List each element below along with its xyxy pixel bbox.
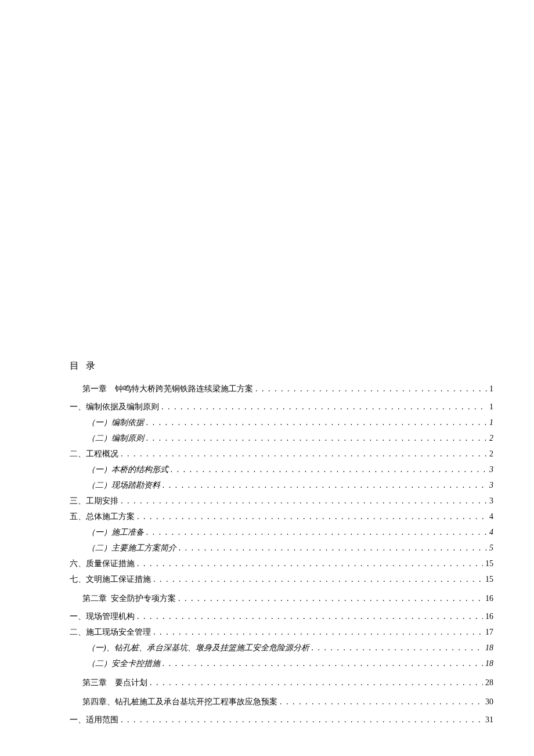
toc-dots: . . . . . . . . . . . . . . . . . . . . … [146,416,487,429]
toc-entry-text: 六、质量保证措施 [70,557,135,570]
toc-dots: . . . . . . . . . . . . . . . . . . . . … [161,401,487,413]
toc-entry-page: 16 [485,610,493,622]
toc-container: 第一章 钟鸣特大桥跨芜铜铁路连续梁施工方案. . . . . . . . . .… [70,383,493,726]
document-page: 目 录 第一章 钟鸣特大桥跨芜铜铁路连续梁施工方案. . . . . . . .… [0,0,534,756]
toc-entry-text: 二、施工现场安全管理 [70,626,151,638]
toc-entry-page: 15 [485,557,493,570]
toc-entry: 六、质量保证措施. . . . . . . . . . . . . . . . … [70,557,493,570]
toc-dots: . . . . . . . . . . . . . . . . . . . . … [312,642,483,654]
toc-entry-page: 18 [485,657,493,669]
toc-entry-text: 一、适用范围 [70,714,118,726]
toc-dots: . . . . . . . . . . . . . . . . . . . . … [137,510,487,523]
toc-entry-page: 3 [489,479,493,491]
toc-dots: . . . . . . . . . . . . . . . . . . . . … [121,495,487,507]
toc-entry-page: 2 [489,448,493,460]
toc-entry-text: 五、总体施工方案 [70,510,135,523]
toc-entry-text: （一）编制依据 [87,416,144,429]
toc-entry: （一）本桥的结构形式. . . . . . . . . . . . . . . … [87,463,493,476]
toc-entry: （一）编制依据. . . . . . . . . . . . . . . . .… [87,416,493,429]
toc-entry-page: 17 [485,626,493,638]
toc-dots: . . . . . . . . . . . . . . . . . . . . … [171,463,487,476]
toc-entry-page: 18 [485,642,493,654]
toc-entry-text: （一)、钻孔桩、承台深基坑、墩身及挂篮施工安全危险源分析 [87,642,309,654]
toc-entry: 第一章 钟鸣特大桥跨芜铜铁路连续梁施工方案. . . . . . . . . .… [82,383,493,395]
toc-entry-page: 16 [485,592,493,604]
toc-dots: . . . . . . . . . . . . . . . . . . . . … [146,432,487,444]
toc-entry-text: 一、现场管理机构 [70,610,135,622]
toc-entry-page: 1 [489,401,493,413]
toc-dots: . . . . . . . . . . . . . . . . . . . . … [178,592,483,604]
toc-entry: 五、总体施工方案. . . . . . . . . . . . . . . . … [70,510,493,523]
toc-dots: . . . . . . . . . . . . . . . . . . . . … [137,557,483,570]
toc-entry: （二）主要施工方案简介. . . . . . . . . . . . . . .… [87,542,493,554]
toc-entry-text: 第二章 安全防护专项方案 [82,592,176,604]
toc-dots: . . . . . . . . . . . . . . . . . . . . … [146,526,487,538]
toc-entry: （二）安全卡控措施. . . . . . . . . . . . . . . .… [87,657,493,669]
toc-entry: （二）现场踏勘资料. . . . . . . . . . . . . . . .… [87,479,493,491]
toc-entry-page: 30 [485,696,493,708]
toc-dots: . . . . . . . . . . . . . . . . . . . . … [255,383,487,395]
toc-entry-page: 28 [485,676,493,689]
toc-entry-page: 4 [489,510,493,523]
toc-dots: . . . . . . . . . . . . . . . . . . . . … [179,542,487,554]
toc-dots: . . . . . . . . . . . . . . . . . . . . … [163,479,487,491]
toc-dots: . . . . . . . . . . . . . . . . . . . . … [153,573,483,585]
toc-entry: （二）编制原则. . . . . . . . . . . . . . . . .… [87,432,493,444]
toc-entry: 三、工期安排. . . . . . . . . . . . . . . . . … [70,495,493,507]
toc-entry-text: 第四章、钻孔桩施工及承台基坑开挖工程事故应急预案 [82,696,277,708]
toc-entry-text: 三、工期安排 [70,495,118,507]
toc-dots: . . . . . . . . . . . . . . . . . . . . … [137,610,483,622]
toc-entry: 第四章、钻孔桩施工及承台基坑开挖工程事故应急预案. . . . . . . . … [82,696,493,708]
toc-entry-page: 3 [489,463,493,476]
toc-entry: （一）施工准备. . . . . . . . . . . . . . . . .… [87,526,493,538]
toc-entry-text: 二、工程概况 [70,448,118,460]
toc-title: 目 录 [70,360,493,372]
toc-entry-text: （二）安全卡控措施 [87,657,160,669]
toc-dots: . . . . . . . . . . . . . . . . . . . . … [153,626,483,638]
toc-entry-page: 5 [489,542,493,554]
toc-entry: 一、现场管理机构. . . . . . . . . . . . . . . . … [70,610,493,622]
toc-entry-text: 第一章 钟鸣特大桥跨芜铜铁路连续梁施工方案 [82,383,253,395]
toc-entry: 一、编制依据及编制原则. . . . . . . . . . . . . . .… [70,401,493,413]
toc-entry-text: （二）现场踏勘资料 [87,479,160,491]
toc-entry: 七、文明施工保证措施. . . . . . . . . . . . . . . … [70,573,493,585]
toc-entry-page: 15 [485,573,493,585]
toc-entry-text: （二）编制原则 [87,432,144,444]
toc-entry-text: （一）本桥的结构形式 [87,463,168,476]
toc-entry-text: 第三章 要点计划 [82,676,147,689]
toc-entry: （一)、钻孔桩、承台深基坑、墩身及挂篮施工安全危险源分析. . . . . . … [87,642,493,654]
toc-entry: 一、适用范围. . . . . . . . . . . . . . . . . … [70,714,493,726]
toc-entry: 第二章 安全防护专项方案. . . . . . . . . . . . . . … [82,592,493,604]
toc-entry-page: 2 [489,432,493,444]
toc-entry-page: 4 [489,526,493,538]
toc-entry-page: 31 [485,714,493,726]
toc-dots: . . . . . . . . . . . . . . . . . . . . … [163,657,483,669]
toc-entry-text: （二）主要施工方案简介 [87,542,176,554]
toc-entry-text: 一、编制依据及编制原则 [70,401,159,413]
toc-entry: 二、工程概况. . . . . . . . . . . . . . . . . … [70,448,493,460]
toc-dots: . . . . . . . . . . . . . . . . . . . . … [121,714,483,726]
toc-entry-page: 1 [489,383,493,395]
toc-dots: . . . . . . . . . . . . . . . . . . . . … [280,696,483,708]
toc-entry: 第三章 要点计划. . . . . . . . . . . . . . . . … [82,676,493,689]
toc-entry-page: 1 [489,416,493,429]
toc-dots: . . . . . . . . . . . . . . . . . . . . … [150,676,483,689]
toc-entry: 二、施工现场安全管理. . . . . . . . . . . . . . . … [70,626,493,638]
toc-dots: . . . . . . . . . . . . . . . . . . . . … [121,448,487,460]
toc-entry-text: 七、文明施工保证措施 [70,573,151,585]
toc-entry-text: （一）施工准备 [87,526,144,538]
toc-entry-page: 3 [489,495,493,507]
